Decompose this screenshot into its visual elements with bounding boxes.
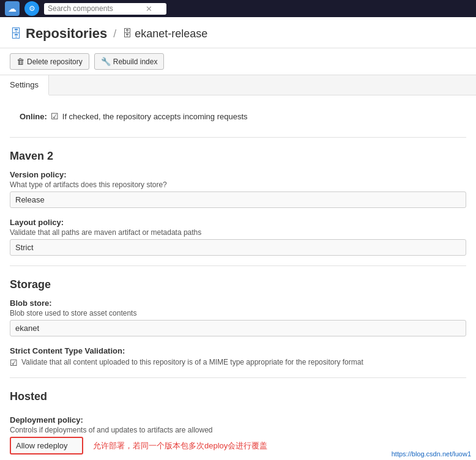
- delete-icon: 🗑: [17, 57, 24, 66]
- version-policy-label: Version policy:: [10, 170, 466, 179]
- rebuild-button-label: Rebuild index: [113, 58, 158, 66]
- deployment-policy-description: Controls if deployments of and updates t…: [10, 426, 466, 434]
- online-description: If checked, the repository accepts incom…: [62, 112, 248, 121]
- blob-store-field: Blob store: Blob store used to store ass…: [10, 299, 466, 336]
- content: Online: ☑ If checked, the repository acc…: [0, 95, 476, 460]
- strict-validation-label: Strict Content Type Validation:: [10, 346, 466, 355]
- tab-settings[interactable]: Settings: [0, 75, 49, 95]
- layout-policy-field: Layout policy: Validate that all paths a…: [10, 218, 466, 256]
- repositories-icon: 🗄: [10, 27, 22, 41]
- footer-link[interactable]: https://blog.csdn.net/luow1: [392, 450, 471, 458]
- divider2: [10, 265, 466, 266]
- cloud-icon: ☁: [5, 1, 20, 16]
- topbar: ☁ ⚙ ✕: [0, 0, 476, 17]
- layout-policy-value: Strict: [10, 239, 466, 256]
- rebuild-index-button[interactable]: 🔧 Rebuild index: [94, 53, 165, 70]
- page-title: Repositories: [26, 26, 107, 42]
- breadcrumb-sub: 🗄 ekanet-release: [122, 28, 207, 40]
- sub-repo-icon: 🗄: [122, 28, 132, 39]
- blob-store-value: ekanet: [10, 320, 466, 336]
- rebuild-icon: 🔧: [101, 57, 111, 66]
- strict-validation-checkbox[interactable]: ☑: [10, 358, 18, 368]
- blob-store-description: Blob store used to store asset contents: [10, 309, 466, 317]
- version-policy-value: Release: [10, 191, 466, 208]
- strict-validation-description: Validate that all content uploaded to th…: [21, 358, 363, 366]
- page-header: 🗄 Repositories / 🗄 ekanet-release: [0, 17, 476, 48]
- layout-policy-description: Validate that all paths are maven artifa…: [10, 228, 466, 237]
- online-label: Online:: [20, 112, 47, 121]
- divider3: [10, 377, 466, 378]
- deployment-policy-value: Allow redeploy: [10, 437, 83, 454]
- version-policy-field: Version policy: What type of artifacts d…: [10, 170, 466, 208]
- online-field: Online: ☑ If checked, the repository acc…: [10, 105, 466, 127]
- deployment-annotation: 允许部署，若同一个版本包多次deploy会进行覆盖: [93, 440, 267, 451]
- deployment-policy-field: Deployment policy: Controls if deploymen…: [10, 415, 466, 454]
- tabs: Settings: [0, 75, 476, 95]
- blob-store-label: Blob store:: [10, 299, 466, 308]
- deployment-policy-label: Deployment policy:: [10, 415, 466, 425]
- version-policy-description: What type of artifacts does this reposit…: [10, 180, 466, 189]
- maven2-section-title: Maven 2: [10, 150, 466, 163]
- search-clear-icon[interactable]: ✕: [146, 4, 152, 13]
- hosted-section-title: Hosted: [10, 390, 466, 403]
- settings-icon: ⚙: [24, 1, 39, 16]
- toolbar: 🗑 Delete repository 🔧 Rebuild index: [0, 48, 476, 75]
- delete-repository-button[interactable]: 🗑 Delete repository: [10, 53, 89, 70]
- search-box: ✕: [44, 3, 166, 15]
- search-input[interactable]: [48, 4, 146, 13]
- layout-policy-label: Layout policy:: [10, 218, 466, 227]
- breadcrumb-sub-title: ekanet-release: [135, 28, 207, 40]
- online-checkbox[interactable]: ☑: [51, 111, 59, 121]
- strict-validation-field: Strict Content Type Validation: ☑ Valida…: [10, 346, 466, 368]
- divider1: [10, 137, 466, 138]
- delete-button-label: Delete repository: [27, 58, 83, 66]
- storage-section-title: Storage: [10, 278, 466, 291]
- breadcrumb-separator: /: [113, 28, 116, 40]
